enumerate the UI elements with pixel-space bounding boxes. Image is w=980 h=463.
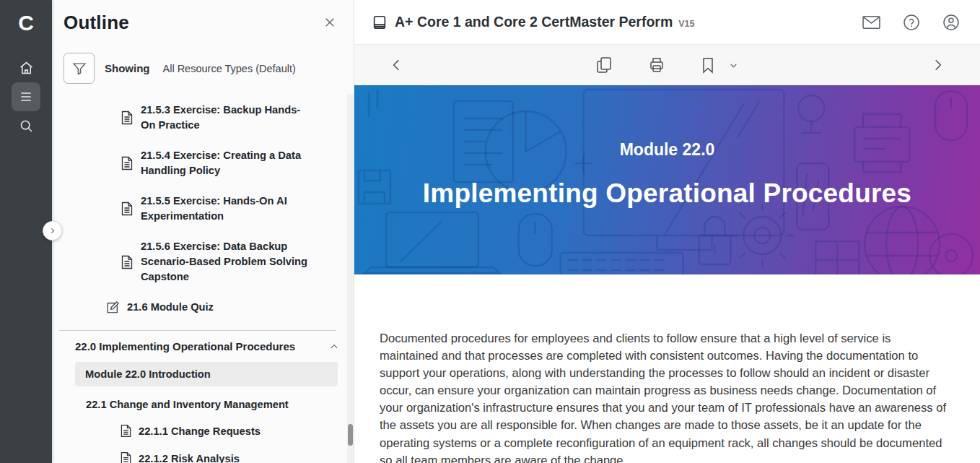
messages-button[interactable] xyxy=(861,14,882,31)
outline-scrollbar[interactable] xyxy=(347,94,354,463)
outline-button[interactable] xyxy=(12,82,40,111)
copy-icon xyxy=(596,56,612,74)
home-icon xyxy=(19,61,34,76)
mail-icon xyxy=(862,15,880,30)
lesson-label: 21.5.4 Exercise: Creating a Data Handlin… xyxy=(141,148,309,178)
rail-nav xyxy=(12,53,40,140)
toolbar-center-group xyxy=(403,55,931,75)
course-title: A+ Core 1 and Core 2 CertMaster Perform xyxy=(395,14,673,30)
banner-text-block: Module 22.0 Implementing Operational Pro… xyxy=(354,85,980,269)
header-actions xyxy=(861,12,961,33)
close-outline-button[interactable] xyxy=(320,13,339,32)
lesson-label: Module 22.0 Introduction xyxy=(85,368,211,380)
outline-panel-title: Outline xyxy=(64,12,129,34)
close-icon xyxy=(323,16,336,29)
document-icon xyxy=(121,202,133,216)
help-icon xyxy=(903,14,920,31)
list-item[interactable]: 22.1.2 Risk Analysis xyxy=(121,451,338,463)
section-header-22-0[interactable]: 22.0 Implementing Operational Procedures xyxy=(52,331,354,352)
lesson-label: 21.6 Module Quiz xyxy=(127,300,214,315)
lesson-article: Documented procedures for employees and … xyxy=(354,274,980,463)
chevron-right-icon xyxy=(48,227,56,235)
search-button[interactable] xyxy=(12,111,40,140)
search-icon xyxy=(19,118,34,134)
quiz-icon xyxy=(106,301,119,314)
chevron-left-icon xyxy=(390,58,402,72)
course-book-icon xyxy=(372,14,388,30)
chevron-up-icon xyxy=(329,342,339,352)
lesson-paragraph: Documented procedures for employees and … xyxy=(380,330,948,463)
chevron-right-icon xyxy=(932,58,944,72)
bookmark-icon xyxy=(701,57,714,74)
content-header: A+ Core 1 and Core 2 CertMaster Perform … xyxy=(354,0,980,44)
showing-label: Showing xyxy=(105,62,150,74)
bookmark-group xyxy=(700,56,740,75)
lesson-label: 21.5.3 Exercise: Backup Hands-On Practic… xyxy=(141,103,309,133)
module-banner: Module 22.0 Implementing Operational Pro… xyxy=(354,85,980,274)
document-icon xyxy=(121,111,133,125)
banner-title: Implementing Operational Procedures xyxy=(423,178,911,209)
copy-button[interactable] xyxy=(595,55,613,75)
document-icon xyxy=(121,424,131,438)
account-button[interactable] xyxy=(941,12,961,33)
filter-button[interactable] xyxy=(64,53,95,84)
list-item[interactable]: 22.1 Change and Inventory Management xyxy=(86,399,338,410)
help-button[interactable] xyxy=(901,12,922,33)
chevron-down-icon xyxy=(729,61,738,70)
outline-panel: Outline Showing All Resource Types (Defa… xyxy=(52,0,354,463)
print-button[interactable] xyxy=(647,55,667,75)
print-icon xyxy=(648,56,665,74)
previous-page-button[interactable] xyxy=(389,56,403,74)
app-window: C xyxy=(0,0,980,463)
panel-collapse-button[interactable] xyxy=(43,221,62,241)
document-icon xyxy=(121,451,131,463)
banner-module-label: Module 22.0 xyxy=(620,140,715,160)
list-item[interactable]: 21.5.4 Exercise: Creating a Data Handlin… xyxy=(121,148,309,178)
list-item[interactable]: 21.5.3 Exercise: Backup Hands-On Practic… xyxy=(121,103,309,133)
lesson-label: 22.1 Change and Inventory Management xyxy=(86,399,289,410)
document-icon xyxy=(121,156,133,170)
list-item[interactable]: 22.1.1 Change Requests xyxy=(121,424,338,438)
bookmark-menu-button[interactable] xyxy=(727,59,740,72)
lesson-label: 21.5.5 Exercise: Hands-On AI Experimenta… xyxy=(141,194,309,224)
next-page-button[interactable] xyxy=(931,56,945,74)
filter-funnel-icon xyxy=(71,61,87,77)
lesson-label: 22.1.1 Change Requests xyxy=(139,425,261,437)
course-version-badge: V15 xyxy=(678,19,694,29)
list-item[interactable]: 21.5.6 Exercise: Data Backup Scenario-Ba… xyxy=(121,239,309,285)
lesson-list: 21.5.3 Exercise: Backup Hands-On Practic… xyxy=(52,103,354,315)
comptia-logo[interactable]: C xyxy=(18,6,34,40)
list-item-selected[interactable]: Module 22.0 Introduction xyxy=(75,362,338,386)
lesson-label: 22.1.2 Risk Analysis xyxy=(139,453,240,463)
lesson-label: 21.5.6 Exercise: Data Backup Scenario-Ba… xyxy=(141,239,309,285)
home-button[interactable] xyxy=(12,53,40,82)
lesson-toolbar xyxy=(354,44,980,85)
document-icon xyxy=(121,255,133,269)
section-title: 22.0 Implementing Operational Procedures xyxy=(75,340,295,352)
account-icon xyxy=(942,14,960,31)
menu-icon xyxy=(19,90,33,104)
outline-scrollbar-thumb[interactable] xyxy=(348,424,353,446)
list-item[interactable]: 21.6 Module Quiz xyxy=(106,300,309,315)
list-item[interactable]: 21.5.5 Exercise: Hands-On AI Experimenta… xyxy=(121,194,309,224)
main-content: A+ Core 1 and Core 2 CertMaster Perform … xyxy=(354,0,980,463)
filter-value: All Resource Types (Default) xyxy=(163,63,296,74)
bookmark-button[interactable] xyxy=(700,56,716,75)
